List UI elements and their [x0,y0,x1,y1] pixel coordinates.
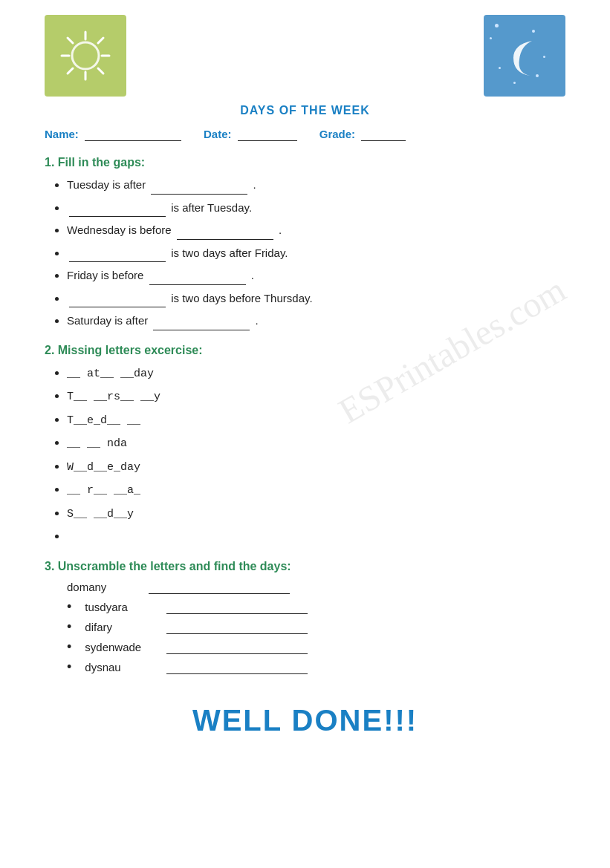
blank1[interactable] [151,177,247,195]
grade-label: Grade: [319,128,355,140]
stars-decoration [484,15,565,97]
name-label: Name: [45,128,79,140]
unscramble-answer-2[interactable] [166,601,308,614]
list-item: __ __ nda [67,434,565,453]
unscramble-answer-3[interactable] [166,621,308,634]
page-title: DAYS OF THE WEEK [45,104,565,117]
list-item: T__e_d__ __ [67,411,565,430]
well-done-text: WELL DONE!!! [45,704,565,737]
unscramble-row: • tusdyara [67,600,565,614]
date-line[interactable] [238,128,297,141]
list-item: W__d__e_day [67,458,565,477]
list-item: is two days before Thursday. [67,290,565,308]
grade-line[interactable] [361,128,406,141]
svg-line-6 [98,68,103,74]
name-line[interactable] [85,128,181,141]
blank7[interactable] [153,313,250,330]
unscramble-row: domany [67,581,565,594]
section2-list: __ at__ __day T__ __rs__ __y T__e_d__ __… [67,365,565,546]
sun-icon-box [45,15,126,97]
list-item: Wednesday is before . [67,222,565,240]
blank4[interactable] [69,245,166,263]
section1-title: 1. Fill in the gaps: [45,156,565,169]
list-item: is two days after Friday. [67,245,565,263]
blank5[interactable] [149,267,246,285]
section3-title: 3. Unscramble the letters and find the d… [45,560,565,573]
list-item: Friday is before . [67,267,565,285]
list-item: is after Tuesday. [67,200,565,218]
header [45,15,565,97]
svg-line-5 [68,38,73,43]
list-item: T__ __rs__ __y [67,388,565,406]
list-item [67,528,565,546]
blank3[interactable] [177,222,273,240]
blank2[interactable] [69,200,166,218]
moon-icon-box [484,15,565,97]
name-field-group: Name: [45,128,181,141]
blank6[interactable] [69,290,166,308]
list-item: Saturday is after . [67,313,565,330]
date-field-group: Date: [204,128,297,141]
section2-title: 2. Missing letters excercise: [45,344,565,357]
unscramble-answer-4[interactable] [166,641,308,654]
svg-line-7 [98,38,103,43]
unscramble-row: • difary [67,620,565,634]
unscramble-table: domany • tusdyara • difary • sydenwade •… [67,581,565,674]
unscramble-answer-5[interactable] [166,661,308,674]
unscramble-row: • dysnau [67,660,565,674]
section1-list: Tuesday is after . is after Tuesday. Wed… [67,177,565,330]
unscramble-row: • sydenwade [67,640,565,654]
svg-line-8 [68,68,73,74]
list-item: __ r__ __a_ [67,481,565,500]
date-label: Date: [204,128,232,140]
svg-point-0 [72,42,99,69]
grade-field-group: Grade: [319,128,406,141]
list-item: Tuesday is after . [67,177,565,195]
list-item: S__ __d__y [67,505,565,523]
list-item: __ at__ __day [67,365,565,383]
unscramble-answer-1[interactable] [149,581,290,594]
sun-icon [56,26,115,85]
fields-row: Name: Date: Grade: [45,128,565,141]
